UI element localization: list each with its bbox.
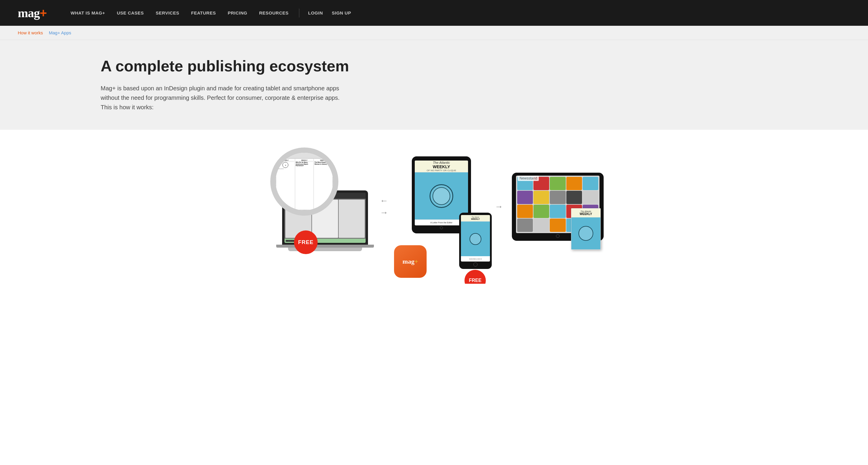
phone-letter: SUBSCRIBE & SIGN IN <box>461 256 490 262</box>
app-thumb-6 <box>517 191 533 204</box>
tablet-header: The Atlantic WEEKLY OF NO PARTY OR CLIQU… <box>415 161 468 172</box>
mag-pages: WEEKLY ◉ Lorem ipsum... WEEKLY Why Do So… <box>276 158 333 210</box>
app-thumb-10 <box>583 191 598 204</box>
tab-title-bold: WEEKLY <box>433 164 450 169</box>
mag-stand-italic: The Atlantic <box>581 210 591 212</box>
free-text-left: FREE <box>298 239 313 245</box>
breadcrumb-how-it-works[interactable]: How it works <box>18 30 43 35</box>
tb-dot-2 <box>279 154 281 156</box>
logo-area[interactable]: mag+ <box>18 6 47 20</box>
arrow-right-2 <box>495 202 503 211</box>
app-icon: mag+ <box>394 245 427 278</box>
logo-text: mag <box>18 6 40 20</box>
app-icon-text: mag+ <box>403 258 418 265</box>
app-thumb-9 <box>566 191 582 204</box>
hero-section: A complete publishing ecosystem Mag+ is … <box>0 40 868 130</box>
phone-home-button <box>473 262 477 267</box>
app-thumb-16 <box>517 219 533 232</box>
laptop-area: WEEKLY ◉ Lorem ipsum... WEEKLY Why Do So… <box>261 156 371 257</box>
mag-page-1: WEEKLY ◉ Lorem ipsum... <box>276 159 295 210</box>
tablet-land-home <box>556 234 560 238</box>
laptop-col-3 <box>339 200 365 238</box>
nav-divider <box>299 8 299 18</box>
mag-page-hl-2: Why Do So Many Americans Reject Patrioti… <box>296 162 313 167</box>
phone-title-bold: WEEKLY <box>471 218 479 220</box>
mag-stand-body <box>571 217 600 250</box>
arrow-right <box>380 208 388 217</box>
phone-body <box>461 222 490 256</box>
mag-toolbar <box>276 153 333 158</box>
breadcrumb-mag-apps[interactable]: Mag+ Apps <box>49 30 71 35</box>
main-nav: WHAT IS MAG+ USE CASES SERVICES FEATURES… <box>65 8 355 18</box>
diagram-section: WEEKLY ◉ Lorem ipsum... WEEKLY Why Do So… <box>0 130 868 284</box>
tab-logo-inner <box>433 187 450 205</box>
logo-plus: + <box>40 6 47 20</box>
tb-dot-1 <box>277 154 279 156</box>
mag-page-text-1: Lorem ipsum... <box>277 168 294 170</box>
diagram-container: WEEKLY ◉ Lorem ipsum... WEEKLY Why Do So… <box>242 150 626 263</box>
mag-stand-bold: WEEKLY <box>580 212 592 215</box>
nav-item-what-is-mag[interactable]: WHAT IS MAG+ <box>65 10 111 16</box>
app-thumb-17 <box>533 219 549 232</box>
phone-screen: The Atlantic WEEKLY SUBSCRIBE & SIGN IN <box>461 215 490 262</box>
hero-description: Mag+ is based upon an InDesign plugin an… <box>101 84 343 112</box>
laptop-base <box>276 245 374 248</box>
app-thumb-7 <box>533 191 549 204</box>
phone-header: The Atlantic WEEKLY <box>461 215 490 222</box>
tab-subtitle: OF NO PARTY OR CLIQUE <box>427 169 456 172</box>
mag-page-header-3: WEEKLY <box>314 159 332 162</box>
nav-item-features[interactable]: FEATURES <box>185 10 222 16</box>
app-thumb-18 <box>550 219 565 232</box>
magazine-standing: The Atlantic WEEKLY <box>571 208 601 250</box>
mag-page-2: WEEKLY Why Do So Many Americans Reject P… <box>295 159 314 210</box>
mag-page-header-1: WEEKLY <box>277 159 294 162</box>
mag-stand-circle <box>579 226 593 241</box>
nav-item-services[interactable]: SERVICES <box>150 10 185 16</box>
arrows-left <box>380 196 388 217</box>
header: mag+ WHAT IS MAG+ USE CASES SERVICES FEA… <box>0 0 868 26</box>
mag-stand-header: The Atlantic WEEKLY <box>571 208 600 217</box>
right-area: Newsstand The Atlantic WEEKLY <box>512 173 607 241</box>
app-thumb-8 <box>550 191 565 204</box>
free-text-middle: FREE <box>469 278 482 283</box>
newsstand-label: Newsstand <box>518 176 539 181</box>
app-thumb-11 <box>517 205 533 218</box>
nav-item-use-cases[interactable]: USE CASES <box>111 10 150 16</box>
app-thumb-13 <box>550 205 565 218</box>
hero-title: A complete publishing ecosystem <box>101 58 850 75</box>
phone: The Atlantic WEEKLY SUBSCRIBE & SIGN IN <box>459 213 492 269</box>
free-badge-middle: FREE <box>464 270 486 284</box>
breadcrumb: How it works Mag+ Apps <box>0 26 868 40</box>
app-thumb-4 <box>566 177 582 190</box>
mag-page-hl-3: The Most Powerful Woman in History <box>314 162 332 165</box>
mag-page-3: WEEKLY The Most Powerful Woman in Histor… <box>314 159 333 210</box>
arrows-right <box>495 202 503 211</box>
arrow-left <box>380 196 388 206</box>
app-thumb-3 <box>550 177 565 190</box>
middle-area: The Atlantic WEEKLY OF NO PARTY OR CLIQU… <box>397 156 486 263</box>
free-badge-left: FREE <box>294 230 318 254</box>
tablet-body <box>415 172 468 220</box>
tab-title-italic: The Atlantic <box>433 161 450 164</box>
nav-item-resources[interactable]: RESOURCES <box>253 10 294 16</box>
mag-content: WEEKLY ◉ Lorem ipsum... WEEKLY Why Do So… <box>276 153 333 210</box>
tablet-home-button <box>440 226 443 229</box>
login-link[interactable]: LOGIN <box>304 10 328 16</box>
tb-dot-3 <box>282 154 284 156</box>
signup-link[interactable]: SIGN UP <box>328 10 355 16</box>
phone-circle <box>469 233 482 245</box>
nav-item-pricing[interactable]: PRICING <box>222 10 253 16</box>
mag-page-header-2: WEEKLY <box>296 159 313 162</box>
tab-circle-logo <box>430 184 453 208</box>
mag-page-logo-1: ◉ <box>282 162 288 168</box>
tab-header-content: The Atlantic WEEKLY OF NO PARTY OR CLIQU… <box>427 161 456 172</box>
app-thumb-5 <box>583 177 598 190</box>
app-thumb-12 <box>533 205 549 218</box>
magnifier: WEEKLY ◉ Lorem ipsum... WEEKLY Why Do So… <box>270 147 338 215</box>
